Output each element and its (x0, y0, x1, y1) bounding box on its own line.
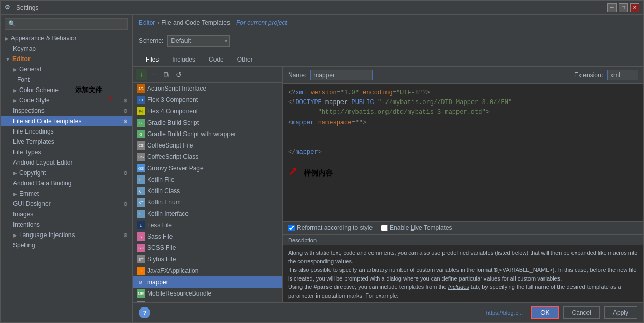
sidebar-item-live-templates[interactable]: Live Templates (1, 137, 132, 147)
sidebar-item-editor[interactable]: ▼ Editor (1, 54, 132, 64)
scheme-select[interactable]: Default Project (167, 35, 230, 47)
expand-icon: ▶ (13, 87, 17, 93)
extension-label: Extension: (574, 71, 603, 79)
annotation-sample-label: 样例内容 (304, 169, 333, 177)
code-line-7: </mapper> (288, 148, 638, 157)
config-icon: ⚙ (123, 98, 128, 104)
options-row: Reformat according to style Enable Live … (283, 221, 643, 234)
file-item-gradle-wrapper[interactable]: G Gradle Build Script with wrapper (133, 128, 282, 140)
file-item-javafxapp[interactable]: J JavaFXApplication (133, 265, 282, 276)
expand-icon: ▶ (13, 232, 17, 238)
sidebar-item-gui-designer[interactable]: GUI Designer ⚙ (1, 199, 132, 209)
file-item-sass[interactable]: S Sass File (133, 231, 282, 242)
config-icon: ⚙ (123, 170, 128, 176)
sidebar-item-images[interactable]: Images (1, 209, 132, 219)
copy-file-button[interactable]: ⧉ (161, 69, 172, 80)
sidebar-label: Color Scheme (19, 86, 59, 94)
live-templates-checkbox[interactable] (381, 225, 388, 231)
expand-icon: ▼ (5, 56, 10, 62)
code-line-3: "http://mybatis.org/dtd/mybatis-3-mapper… (288, 108, 638, 118)
sidebar-item-keymap[interactable]: Keymap (1, 43, 132, 54)
tab-includes[interactable]: Includes (165, 53, 202, 66)
sidebar-label: Font (17, 76, 30, 83)
file-item-flex4[interactable]: F4 Flex 4 Component (133, 106, 282, 117)
sidebar-item-file-encodings[interactable]: File Encodings (1, 126, 132, 137)
file-item-coffeescript-class[interactable]: CS CoffeeScript Class (133, 151, 282, 163)
search-input[interactable] (5, 18, 128, 30)
file-icon-mobile: MR (137, 289, 145, 298)
bottom-bar: ? https://blog.c... OK Cancel Apply (133, 302, 643, 322)
sidebar-item-general[interactable]: ▶ General (1, 64, 132, 75)
expand-icon: ▶ (13, 191, 17, 197)
breadcrumb-editor[interactable]: Editor (139, 19, 155, 26)
sidebar-label: Editor (12, 55, 31, 63)
code-editor[interactable]: <?xml version="1.0" encoding="UTF-8"?> <… (283, 84, 643, 221)
annotation-arrow-2: ↗ (288, 165, 297, 178)
extension-input[interactable] (607, 70, 638, 80)
live-templates-label[interactable]: Enable Live Templates (390, 224, 452, 231)
restore-button[interactable]: □ (619, 3, 628, 12)
file-icon-java: J (137, 267, 145, 275)
sidebar-label: File and Code Templates (13, 118, 82, 125)
file-icon-kt4: KT (137, 210, 145, 218)
sidebar-item-android-data[interactable]: Android Data Binding (1, 178, 132, 188)
sidebar-item-file-types[interactable]: File Types (1, 147, 132, 157)
cancel-button[interactable]: Cancel (563, 306, 600, 319)
file-item-label: Sass File (147, 233, 173, 240)
file-icon-cs2: CS (137, 153, 145, 161)
close-button[interactable]: ✕ (630, 3, 639, 12)
sidebar-item-font[interactable]: Font (1, 75, 132, 85)
sidebar-item-intentions[interactable]: Intentions (1, 219, 132, 230)
apply-button[interactable]: Apply (604, 306, 637, 319)
reformat-checkbox[interactable] (288, 225, 295, 231)
tab-other[interactable]: Other (231, 53, 260, 66)
settings-window: ⚙ Settings ─ □ ✕ ▶ Appearance & Behavior… (0, 0, 644, 323)
code-line-5 (288, 128, 638, 138)
file-item-stylus[interactable]: ST Stylus File (133, 254, 282, 265)
sidebar-label: Appearance & Behavior (11, 35, 77, 42)
file-item-label: Kotlin Class (147, 187, 180, 195)
ok-button[interactable]: OK (531, 306, 559, 319)
minimize-button[interactable]: ─ (607, 3, 617, 12)
sidebar-item-copyright[interactable]: ▶ Copyright ⚙ (1, 168, 132, 178)
name-row: Name: Extension: (283, 67, 643, 84)
name-input[interactable] (310, 70, 373, 80)
sidebar-item-color-scheme[interactable]: ▶ Color Scheme (1, 85, 132, 95)
file-item-kotlin-class[interactable]: KT Kotlin Class (133, 185, 282, 197)
file-item-label: Kotlin Interface (147, 210, 189, 217)
file-item-less[interactable]: L Less File (133, 219, 282, 231)
sidebar-item-inspections[interactable]: Inspections ⚙ (1, 106, 132, 116)
tab-code[interactable]: Code (202, 53, 231, 66)
reset-file-button[interactable]: ↺ (173, 69, 184, 80)
help-button[interactable]: ? (139, 307, 150, 318)
titlebar: ⚙ Settings ─ □ ✕ (1, 1, 643, 15)
file-item-gradle[interactable]: G Gradle Build Script (133, 117, 282, 128)
sidebar: ▶ Appearance & Behavior Keymap ▼ Editor … (1, 15, 133, 322)
file-item-label: Gradle Build Script (147, 119, 199, 126)
file-item-mapper[interactable]: M mapper (133, 276, 282, 288)
sidebar-item-lang-injections[interactable]: ▶ Language Injections ⚙ (1, 230, 132, 240)
file-item-actionscript[interactable]: AS ActionScript Interface (133, 83, 282, 94)
file-icon-kt: KT (137, 175, 145, 184)
sidebar-item-code-style[interactable]: ▶ Code Style ⚙ (1, 95, 132, 106)
file-item-label: ActionScript Interface (147, 85, 206, 92)
remove-file-button[interactable]: − (148, 69, 160, 80)
file-item-mobile-resource[interactable]: MR MobileResourceBundle (133, 288, 282, 299)
file-item-groovy-server[interactable]: GS Groovy Server Page (133, 163, 282, 174)
code-line-6 (288, 138, 638, 148)
tab-files[interactable]: Files (139, 53, 165, 66)
reformat-label[interactable]: Reformat according to style (297, 224, 373, 231)
file-item-coffeescript-file[interactable]: CS CoffeeScript File (133, 140, 282, 151)
sidebar-item-emmet[interactable]: ▶ Emmet (1, 188, 132, 199)
sidebar-item-file-code-templates[interactable]: File and Code Templates ⚙ (1, 116, 132, 126)
sidebar-item-appearance[interactable]: ▶ Appearance & Behavior (1, 33, 132, 43)
sidebar-item-android-layout[interactable]: Android Layout Editor (1, 157, 132, 168)
file-item-scss[interactable]: SC SCSS File (133, 242, 282, 254)
sidebar-label: File Types (13, 149, 41, 156)
file-item-flex3[interactable]: F3 Flex 3 Component (133, 94, 282, 106)
sidebar-item-spelling[interactable]: Spelling (1, 240, 132, 251)
file-item-kotlin-enum[interactable]: KT Kotlin Enum (133, 197, 282, 208)
add-file-button[interactable]: + (136, 69, 147, 80)
file-item-kotlin-file[interactable]: KT Kotlin File (133, 174, 282, 185)
file-item-kotlin-interface[interactable]: KT Kotlin Interface (133, 208, 282, 219)
